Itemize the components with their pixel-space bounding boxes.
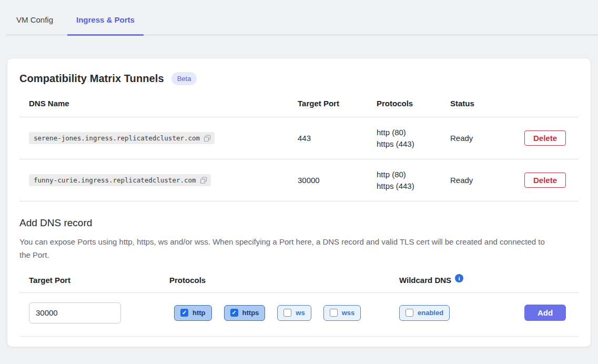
- form-header-row: Target Port Protocols Wildcard DNS i: [19, 276, 579, 293]
- status-cell: Ready: [450, 134, 524, 143]
- copy-icon[interactable]: [200, 177, 207, 184]
- protocol-checkbox-wss[interactable]: ✓ wss: [323, 305, 361, 321]
- status-cell: Ready: [450, 176, 524, 185]
- table-row: serene-jones.ingress.replicatedcluster.c…: [19, 117, 579, 159]
- protocol-line: http (80): [377, 169, 450, 180]
- checkbox-icon: ✓: [283, 309, 291, 317]
- add-dns-form-row: ✓ http ✓ https ✓ ws ✓ wss ✓ enabled Add: [19, 293, 579, 337]
- dns-name-text: serene-jones.ingress.replicatedcluster.c…: [34, 134, 200, 142]
- table-header-row: DNS Name Target Port Protocols Status: [19, 93, 579, 117]
- table-row: funny-curie.ingress.replicatedcluster.co…: [19, 159, 579, 201]
- form-header-protocols: Protocols: [169, 276, 399, 285]
- target-port-field-cell: [19, 302, 169, 323]
- protocols-cell: http (80) https (443): [377, 127, 450, 150]
- protocol-line: https (443): [377, 180, 450, 192]
- protocol-checkbox-http[interactable]: ✓ http: [174, 305, 212, 321]
- wildcard-dns-label: Wildcard DNS: [399, 276, 451, 285]
- form-header-target-port: Target Port: [19, 276, 169, 285]
- tab-bar: VM Config Ingress & Ports: [6, 0, 598, 35]
- target-port-cell: 30000: [298, 176, 377, 185]
- protocol-label: wss: [342, 309, 355, 317]
- protocol-label: ws: [296, 309, 305, 317]
- protocol-label: https: [242, 309, 259, 317]
- add-dns-description: You can expose Ports using http, https, …: [19, 236, 551, 262]
- checkbox-icon: ✓: [230, 309, 238, 317]
- checkbox-icon: ✓: [406, 309, 413, 317]
- tab-vm-config[interactable]: VM Config: [16, 15, 53, 35]
- protocol-checkbox-group: ✓ http ✓ https ✓ ws ✓ wss: [174, 305, 399, 321]
- delete-button[interactable]: Delete: [524, 130, 566, 146]
- column-header-target-port: Target Port: [298, 99, 377, 108]
- column-header-protocols: Protocols: [377, 99, 450, 108]
- column-header-dns-name: DNS Name: [19, 99, 298, 108]
- tunnels-table: DNS Name Target Port Protocols Status se…: [19, 93, 579, 201]
- wildcard-dns-cell: ✓ enabled: [399, 305, 524, 321]
- protocol-checkbox-https[interactable]: ✓ https: [224, 305, 266, 321]
- protocol-label: http: [192, 309, 206, 317]
- protocol-line: https (443): [377, 138, 450, 150]
- dns-name-cell: serene-jones.ingress.replicatedcluster.c…: [19, 132, 298, 144]
- add-dns-title: Add DNS record: [19, 217, 579, 229]
- beta-badge: Beta: [171, 72, 197, 85]
- form-header-wildcard-dns: Wildcard DNS i: [399, 276, 524, 285]
- wildcard-enabled-checkbox[interactable]: ✓ enabled: [399, 305, 450, 321]
- protocols-cell: http (80) https (443): [377, 169, 450, 192]
- dns-name-pill: serene-jones.ingress.replicatedcluster.c…: [29, 132, 215, 144]
- add-button[interactable]: Add: [524, 305, 566, 321]
- checkbox-icon: ✓: [330, 309, 338, 317]
- info-icon[interactable]: i: [455, 274, 463, 282]
- wildcard-enabled-label: enabled: [418, 309, 443, 317]
- tunnels-card: Compatibility Matrix Tunnels Beta DNS Na…: [7, 58, 591, 347]
- protocol-checkbox-ws[interactable]: ✓ ws: [277, 305, 311, 321]
- target-port-input[interactable]: [29, 302, 121, 323]
- column-header-status: Status: [450, 99, 524, 108]
- checkbox-icon: ✓: [180, 309, 188, 317]
- tab-ingress-ports[interactable]: Ingress & Ports: [67, 15, 144, 36]
- protocol-line: http (80): [377, 127, 450, 138]
- card-title-row: Compatibility Matrix Tunnels Beta: [19, 72, 579, 85]
- page-title: Compatibility Matrix Tunnels: [19, 73, 164, 85]
- target-port-cell: 443: [298, 134, 377, 143]
- copy-icon[interactable]: [204, 135, 211, 142]
- delete-button[interactable]: Delete: [524, 173, 566, 188]
- dns-name-pill: funny-curie.ingress.replicatedcluster.co…: [29, 174, 211, 186]
- dns-name-text: funny-curie.ingress.replicatedcluster.co…: [34, 176, 196, 184]
- dns-name-cell: funny-curie.ingress.replicatedcluster.co…: [19, 174, 298, 186]
